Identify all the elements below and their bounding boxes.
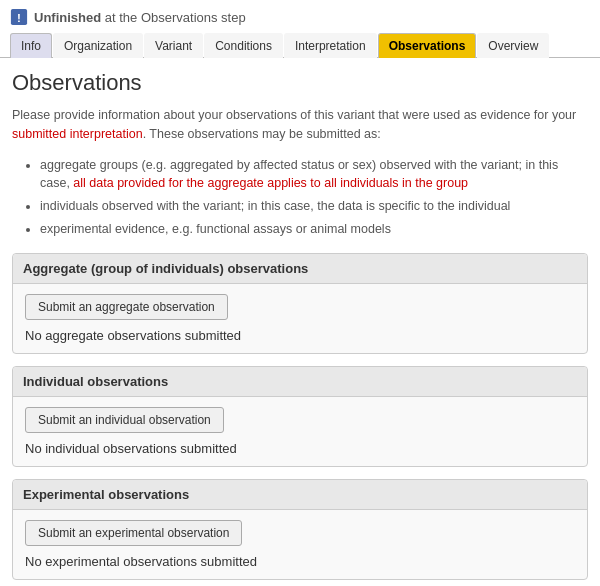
no-individual-text: No individual observations submitted [25, 441, 575, 456]
tabs-bar: Info Organization Variant Conditions Int… [0, 32, 600, 58]
experimental-section-header: Experimental observations [13, 480, 587, 510]
top-bar: ! Unfinished at the Observations step [0, 0, 600, 32]
tab-variant[interactable]: Variant [144, 33, 203, 58]
no-aggregate-text: No aggregate observations submitted [25, 328, 575, 343]
bullet-2: individuals observed with the variant; i… [40, 197, 588, 216]
individual-section-body: Submit an individual observation No indi… [13, 397, 587, 466]
intro-line1: Please provide information about your ob… [12, 108, 576, 122]
individual-section: Individual observations Submit an indivi… [12, 366, 588, 467]
submit-individual-button[interactable]: Submit an individual observation [25, 407, 224, 433]
tab-info[interactable]: Info [10, 33, 52, 58]
experimental-section: Experimental observations Submit an expe… [12, 479, 588, 580]
individual-section-header: Individual observations [13, 367, 587, 397]
intro-paragraph: Please provide information about your ob… [12, 106, 588, 144]
page-title: Observations [12, 70, 588, 96]
aggregate-section-body: Submit an aggregate observation No aggre… [13, 284, 587, 353]
aggregate-section: Aggregate (group of individuals) observa… [12, 253, 588, 354]
bullet-list: aggregate groups (e.g. aggregated by aff… [12, 156, 588, 239]
tab-interpretation[interactable]: Interpretation [284, 33, 377, 58]
tab-observations[interactable]: Observations [378, 33, 477, 58]
main-content: Observations Please provide information … [0, 58, 600, 586]
intro-link[interactable]: submitted interpretation [12, 127, 143, 141]
bullet-3: experimental evidence, e.g. functional a… [40, 220, 588, 239]
aggregate-section-header: Aggregate (group of individuals) observa… [13, 254, 587, 284]
bullet-1: aggregate groups (e.g. aggregated by aff… [40, 156, 588, 194]
submit-aggregate-button[interactable]: Submit an aggregate observation [25, 294, 228, 320]
no-experimental-text: No experimental observations submitted [25, 554, 575, 569]
intro-line2: . These observations may be submitted as… [143, 127, 381, 141]
warning-icon: ! [10, 8, 28, 26]
svg-text:!: ! [17, 11, 21, 24]
top-bar-text: Unfinished at the Observations step [34, 10, 246, 25]
submit-experimental-button[interactable]: Submit an experimental observation [25, 520, 242, 546]
tab-organization[interactable]: Organization [53, 33, 143, 58]
experimental-section-body: Submit an experimental observation No ex… [13, 510, 587, 579]
tab-conditions[interactable]: Conditions [204, 33, 283, 58]
tab-overview[interactable]: Overview [477, 33, 549, 58]
